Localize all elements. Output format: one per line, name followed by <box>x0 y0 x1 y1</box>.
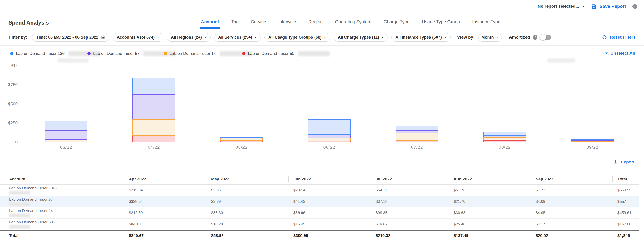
value-cell-may-2022: $35.30 <box>206 207 288 218</box>
bar-segment-07-22-lab-on-demand-user-50[interactable] <box>396 141 438 142</box>
bar-segment-04-22-lab-on-demand-user-14[interactable] <box>132 119 175 136</box>
header-may-2022: May 2022 <box>206 174 288 184</box>
account-name: Lab on Demand - user 57 - <box>9 197 64 202</box>
account-cell: Lab on Demand - user 14 - <box>0 207 64 218</box>
bar-segment-07-22-lab-on-demand-user-14[interactable] <box>396 133 438 141</box>
account-cell: Lab on Demand - user 136 - <box>0 185 64 196</box>
spacer-cell <box>64 185 124 196</box>
bar-segment-05-22-lab-on-demand-user-50[interactable] <box>220 141 263 142</box>
table-row-lab-on-demand-user-50: Lab on Demand - user 50 -$84.10$18.28$15… <box>0 219 640 230</box>
bar-segment-05-22-lab-on-demand-user-14[interactable] <box>220 138 263 141</box>
bar-segment-04-22-lab-on-demand-user-50[interactable] <box>132 136 175 142</box>
bar-segment-03-22-lab-on-demand-user-136[interactable] <box>45 121 88 130</box>
bar-segment-03-22-lab-on-demand-user-14[interactable] <box>45 140 88 142</box>
bar-segment-06-22-lab-on-demand-user-136[interactable] <box>308 119 351 135</box>
header-jul-2022: Jul 2022 <box>371 174 448 184</box>
value-cell-total: $557 <box>612 196 640 207</box>
redacted-text <box>9 191 30 195</box>
value-cell-jul-2022: $19.67 <box>371 219 448 230</box>
account-name: Lab on Demand - user 14 - <box>9 209 64 213</box>
y-axis-tick-label: 0 <box>0 140 18 145</box>
value-cell-jul-2022: $54.11 <box>371 185 448 196</box>
gridline-1000 <box>22 66 632 66</box>
account-cell: Lab on Demand - user 50 - <box>0 219 64 230</box>
x-axis-label-05-22: 05/22 <box>226 145 258 150</box>
bar-segment-06-22-lab-on-demand-user-14[interactable] <box>308 138 351 141</box>
value-cell-total: $167.08 <box>612 219 640 230</box>
table-row-lab-on-demand-user-57: Lab on Demand - user 57 -$328.64$2.39$41… <box>0 196 640 207</box>
redacted-text <box>9 214 30 217</box>
x-axis-label-09-22: 09/22 <box>576 145 608 150</box>
y-axis-tick-label: $1k <box>0 63 18 68</box>
total-value-may-2022: $58.92 <box>206 231 288 241</box>
spacer-cell <box>64 231 124 241</box>
header-account: Account <box>0 174 64 184</box>
value-cell-jun-2022: $15.45 <box>288 219 371 230</box>
value-cell-may-2022: $18.28 <box>206 219 288 230</box>
x-axis-label-06-22: 06/22 <box>313 145 345 150</box>
value-cell-may-2022: $2.95 <box>206 185 288 196</box>
spacer-cell <box>64 219 124 230</box>
value-cell-aug-2022: $21.70 <box>448 196 530 207</box>
total-value-total: $1,845 <box>612 231 640 241</box>
bar-segment-08-22-lab-on-demand-user-136[interactable] <box>483 132 526 136</box>
total-value-apr-2022: $840.67 <box>124 231 206 241</box>
redacted-text <box>9 202 30 206</box>
bar-segment-08-22-lab-on-demand-user-14[interactable] <box>483 137 526 140</box>
x-axis-label-08-22: 08/22 <box>489 145 520 150</box>
header-tick <box>206 176 206 182</box>
gridline-0 <box>22 142 632 142</box>
gridline-500 <box>22 104 632 104</box>
value-cell-apr-2022: $212.59 <box>124 207 206 218</box>
table-header-row: AccountApr 2022May 2022Jun 2022Jul 2022A… <box>0 174 640 185</box>
bar-segment-04-22-lab-on-demand-user-57[interactable] <box>132 94 175 119</box>
value-cell-aug-2022: $25.40 <box>448 219 530 230</box>
bar-segment-08-22-lab-on-demand-user-50[interactable] <box>483 140 526 142</box>
header-aug-2022: Aug 2022 <box>448 174 530 184</box>
export-button[interactable]: Export <box>613 160 634 165</box>
value-cell-aug-2022: $51.76 <box>448 185 530 196</box>
value-cell-total: $459.61 <box>612 207 640 218</box>
bar-segment-04-22-lab-on-demand-user-136[interactable] <box>132 78 175 94</box>
redacted-text <box>9 225 30 229</box>
bar-segment-09-22-lab-on-demand-user-136[interactable] <box>571 139 614 140</box>
y-axis-tick-label: $250 <box>0 121 18 126</box>
x-axis-label-07-22: 07/22 <box>401 145 433 150</box>
bar-segment-08-22-lab-on-demand-user-57[interactable] <box>483 136 526 137</box>
header-apr-2022: Apr 2022 <box>124 174 206 184</box>
bar-segment-03-22-lab-on-demand-user-57[interactable] <box>45 130 88 140</box>
header-tick <box>612 176 613 182</box>
bar-segment-07-22-lab-on-demand-user-57[interactable] <box>396 130 438 133</box>
bar-segment-05-22-lab-on-demand-user-136[interactable] <box>220 137 263 138</box>
value-cell-apr-2022: $328.64 <box>124 196 206 207</box>
total-value-sep-2022: $20.02 <box>530 231 612 241</box>
header-tick <box>530 176 531 182</box>
x-axis-label-03-22: 03/22 <box>50 145 82 150</box>
bar-segment-06-22-lab-on-demand-user-50[interactable] <box>308 141 351 142</box>
value-cell-sep-2022: $4.08 <box>530 196 612 207</box>
total-value-jul-2022: $210.32 <box>371 231 448 241</box>
value-cell-jun-2022: $36.66 <box>288 207 371 218</box>
value-cell-apr-2022: $84.10 <box>124 219 206 230</box>
value-cell-jun-2022: $207.42 <box>288 185 371 196</box>
header-total: Total <box>612 174 640 184</box>
y-axis-tick-label: $750 <box>0 82 18 87</box>
value-cell-aug-2022: $38.63 <box>448 207 530 218</box>
header-tick <box>288 176 288 182</box>
bar-segment-06-22-lab-on-demand-user-57[interactable] <box>308 135 351 138</box>
header-tick <box>448 176 449 182</box>
account-name: Lab on Demand - user 50 - <box>9 220 64 224</box>
total-value-aug-2022: $137.49 <box>448 231 530 241</box>
export-icon <box>613 160 618 165</box>
export-label: Export <box>621 160 634 165</box>
spacer-cell <box>64 196 124 207</box>
account-name: Lab on Demand - user 136 - <box>9 186 64 190</box>
table-row-lab-on-demand-user-136: Lab on Demand - user 136 -$215.34$2.95$2… <box>0 185 640 196</box>
bar-segment-07-22-lab-on-demand-user-136[interactable] <box>396 126 438 130</box>
value-cell-jul-2022: $37.18 <box>371 196 448 207</box>
header-jun-2022: Jun 2022 <box>288 174 371 184</box>
spacer-cell <box>64 207 124 218</box>
y-axis-tick-label: $500 <box>0 101 18 106</box>
gridline-750 <box>22 85 632 85</box>
table-body: Lab on Demand - user 136 -$215.34$2.95$2… <box>0 185 640 230</box>
